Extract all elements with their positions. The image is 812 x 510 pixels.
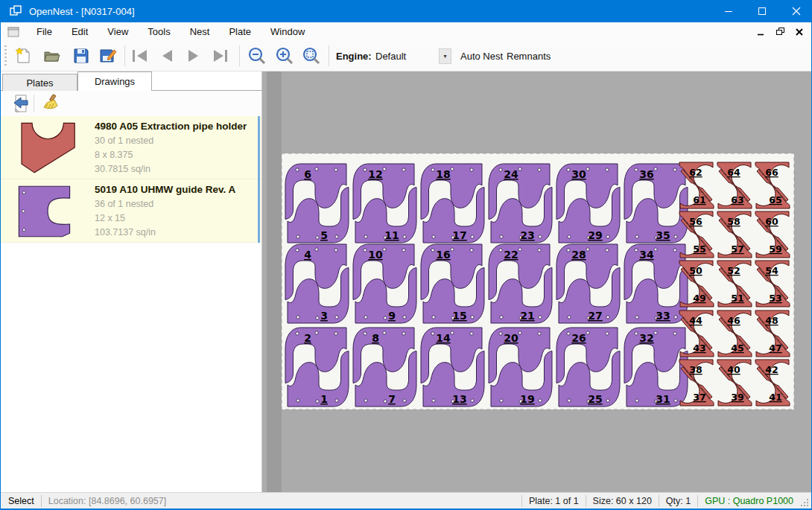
drawing-nested-count: 36 of 1 nested xyxy=(95,197,235,211)
window-title: OpenNest - [N0317-004] xyxy=(29,6,135,17)
part-number: 5 xyxy=(320,229,328,241)
plate-view[interactable]: 6512111817242330293635431091615222128273… xyxy=(281,153,795,410)
mdi-restore-icon xyxy=(776,28,784,36)
part-hole xyxy=(654,248,657,251)
engine-dropdown-button[interactable]: ▾ xyxy=(439,48,451,64)
clear-drawings-button[interactable] xyxy=(39,93,62,114)
part-number: 30 xyxy=(571,168,586,180)
part-hole xyxy=(364,235,367,238)
mdi-close-button[interactable] xyxy=(791,25,808,39)
menu-view[interactable]: View xyxy=(98,23,138,40)
part-number: 37 xyxy=(693,392,705,403)
zoom-out-button[interactable] xyxy=(247,45,267,66)
last-plate-button[interactable] xyxy=(210,45,231,66)
zoom-fit-button[interactable] xyxy=(301,45,322,66)
part-hole xyxy=(470,249,473,252)
part-hole xyxy=(432,316,435,319)
first-plate-button[interactable] xyxy=(130,45,150,66)
part-number: 52 xyxy=(727,265,740,276)
part-hole xyxy=(606,332,609,335)
part-number: 24 xyxy=(504,168,518,180)
part-number: 54 xyxy=(765,265,778,276)
drawing-item-2[interactable]: 5019 A10 UHMW guide Rev. A 36 of 1 neste… xyxy=(1,179,261,243)
part-hole xyxy=(315,168,318,170)
list-scrollbar[interactable] xyxy=(258,116,260,243)
part-hole xyxy=(384,316,387,319)
part-hole xyxy=(335,399,338,402)
part-number: 59 xyxy=(769,243,781,255)
menu-edit[interactable]: Edit xyxy=(62,23,98,40)
maximize-button[interactable] xyxy=(746,0,779,22)
first-arrow-icon xyxy=(130,48,150,64)
part-number: 61 xyxy=(693,194,705,205)
zoom-in-button[interactable] xyxy=(274,45,295,66)
tab-drawings[interactable]: Drawings xyxy=(77,71,152,91)
part-number: 51 xyxy=(731,293,743,304)
part-number: 53 xyxy=(769,293,781,304)
part-hole xyxy=(606,399,609,402)
drawing-list: 4980 A05 Extraction pipe holder 30 of 1 … xyxy=(1,116,261,243)
part-number: 39 xyxy=(731,392,743,403)
new-button[interactable] xyxy=(13,45,34,66)
minimize-button[interactable] xyxy=(712,0,746,22)
part-hole xyxy=(673,168,676,171)
save-as-button[interactable] xyxy=(98,45,118,66)
tab-plates[interactable]: Plates xyxy=(2,74,77,91)
toolbar-separator xyxy=(124,45,125,66)
remnants-button[interactable]: Remnants xyxy=(507,51,551,62)
previous-plate-button[interactable] xyxy=(156,45,177,66)
part-number: 9 xyxy=(388,310,396,322)
part-hole xyxy=(674,399,677,402)
part-number: 65 xyxy=(769,194,781,205)
zoom-fit-icon xyxy=(302,46,321,66)
part-number: 57 xyxy=(731,243,743,255)
part-hole xyxy=(654,168,657,170)
part-number: 3 xyxy=(320,310,328,322)
canvas-edge-strip xyxy=(267,71,282,492)
open-button[interactable] xyxy=(42,45,63,66)
next-plate-button[interactable] xyxy=(183,45,204,66)
part-hole xyxy=(539,316,542,319)
status-separator xyxy=(659,495,659,507)
drawing-title: 4980 A05 Extraction pipe holder xyxy=(95,121,247,132)
part-number: 13 xyxy=(452,393,466,405)
part-number: 36 xyxy=(639,168,653,180)
part-hole xyxy=(316,316,319,319)
part-number: 26 xyxy=(571,332,586,344)
part-number: 17 xyxy=(452,229,466,241)
menu-window[interactable]: Window xyxy=(261,23,314,40)
mdi-restore-button[interactable] xyxy=(772,25,788,39)
menu-file[interactable]: File xyxy=(27,23,62,40)
part-hole xyxy=(383,331,386,334)
menu-nest[interactable]: Nest xyxy=(180,23,220,40)
part-number: 49 xyxy=(693,293,705,304)
maximize-icon xyxy=(758,7,767,16)
part-hole xyxy=(403,316,406,319)
document-window-icon xyxy=(7,27,19,37)
status-separator xyxy=(521,495,522,507)
part-hole xyxy=(500,399,503,402)
menu-tools[interactable]: Tools xyxy=(138,23,180,40)
resize-grip[interactable] xyxy=(799,497,810,508)
drawing-item-1[interactable]: 4980 A05 Extraction pipe holder 30 of 1 … xyxy=(1,116,261,179)
return-drawing-button[interactable] xyxy=(10,93,32,114)
part-hole xyxy=(538,168,541,171)
mdi-minimize-button[interactable] xyxy=(752,25,769,39)
part-hole xyxy=(364,249,367,252)
engine-label: Engine: xyxy=(336,51,372,62)
part-hole xyxy=(364,399,367,402)
drawing-size: 8 x 8.375 xyxy=(95,148,247,162)
part-hole xyxy=(335,316,338,319)
previous-arrow-icon xyxy=(157,48,177,64)
part-hole xyxy=(315,248,318,251)
part-number: 20 xyxy=(504,332,518,344)
save-button[interactable] xyxy=(71,45,92,66)
toolbar-grip[interactable] xyxy=(4,45,7,66)
auto-nest-button[interactable]: Auto Nest xyxy=(460,51,503,62)
part-number: 22 xyxy=(504,249,518,261)
engine-value[interactable]: Default xyxy=(375,51,406,62)
new-file-icon xyxy=(14,47,32,65)
menu-plate[interactable]: Plate xyxy=(219,23,261,40)
nest-canvas[interactable]: 6512111817242330293635431091615222128273… xyxy=(262,71,812,492)
close-button[interactable] xyxy=(779,0,812,22)
